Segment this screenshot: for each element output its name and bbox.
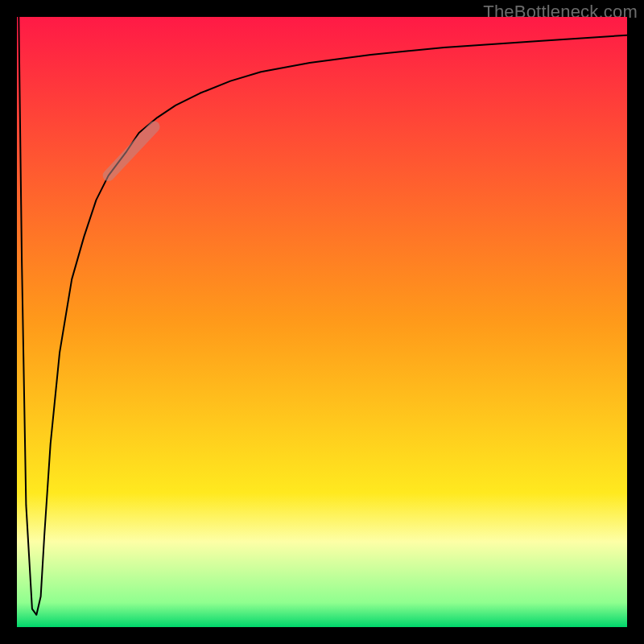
plot-svg [17, 17, 627, 627]
bottleneck-plot [17, 17, 627, 627]
chart-frame: TheBottleneck.com [0, 0, 644, 644]
gradient-background [17, 17, 627, 627]
